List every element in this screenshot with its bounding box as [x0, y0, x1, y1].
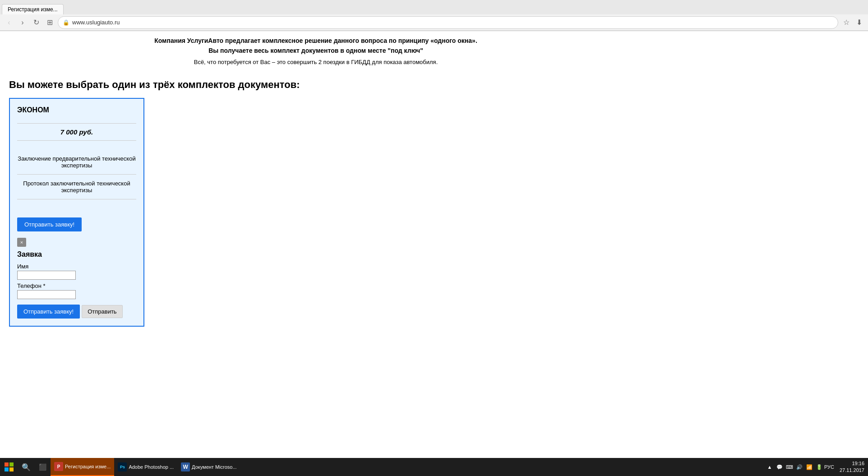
- intro-sub: Всё, что потребуется от Вас – это соверш…: [9, 59, 623, 65]
- intro-section: Компания УслугиАвто предлагает комплексн…: [9, 36, 623, 65]
- package-feature-1: Заключение предварительной технической э…: [17, 150, 136, 175]
- form-title: Заявка: [17, 250, 136, 259]
- browser-chrome: Регистрация изме... ‹ › ↻ ⊞ 🔒 www.uslugi…: [0, 0, 868, 31]
- download-button[interactable]: ⬇: [854, 17, 864, 28]
- form-submit-button[interactable]: Отправить заявку!: [17, 305, 80, 319]
- phone-label: Телефон *: [17, 282, 136, 289]
- close-x-button[interactable]: ×: [17, 238, 26, 247]
- page-content: Компания УслугиАвто предлагает комплексн…: [0, 31, 632, 331]
- intro-line1: Компания УслугиАвто предлагает комплексн…: [154, 37, 477, 44]
- browser-tabs: Регистрация изме...: [0, 0, 868, 14]
- package-card: ЭКОНОМ 7 000 руб. Заключение предварител…: [9, 98, 144, 327]
- package-title: ЭКОНОМ: [17, 106, 136, 114]
- forward-button[interactable]: ›: [17, 17, 28, 28]
- phone-input[interactable]: [17, 290, 76, 299]
- toolbar-right: ☆ ⬇: [841, 17, 864, 28]
- send-application-button[interactable]: Отправить заявку!: [17, 217, 82, 231]
- browser-toolbar: ‹ › ↻ ⊞ 🔒 www.uslugiauto.ru ☆ ⬇: [0, 14, 868, 31]
- favorites-button[interactable]: ☆: [841, 17, 852, 28]
- form-actions: Отправить заявку! Отправить: [17, 305, 136, 319]
- spacer: [17, 199, 136, 213]
- address-bar[interactable]: 🔒 www.uslugiauto.ru: [58, 16, 838, 29]
- refresh-button[interactable]: ↻: [31, 17, 42, 28]
- form-section: Заявка Имя Телефон * Отправить заявку! О…: [17, 250, 136, 319]
- name-label: Имя: [17, 263, 136, 270]
- url-text: www.uslugiauto.ru: [72, 19, 833, 26]
- intro-bold: Компания УслугиАвто предлагает комплексн…: [9, 36, 623, 56]
- section-heading: Вы можете выбрать один из трёх комплекто…: [9, 79, 623, 91]
- intro-line2: Вы получаете весь комплект документов в …: [208, 47, 423, 54]
- back-button[interactable]: ‹: [4, 17, 14, 28]
- form-send-button2[interactable]: Отправить: [82, 305, 122, 318]
- package-price: 7 000 руб.: [17, 123, 136, 141]
- form-close-row: ×: [17, 234, 136, 247]
- name-input[interactable]: [17, 271, 76, 280]
- package-feature-2: Протокол заключительной техническойэкспе…: [17, 175, 136, 199]
- grid-button[interactable]: ⊞: [44, 17, 55, 28]
- browser-tab[interactable]: Регистрация изме...: [2, 4, 64, 14]
- lock-icon: 🔒: [63, 19, 69, 26]
